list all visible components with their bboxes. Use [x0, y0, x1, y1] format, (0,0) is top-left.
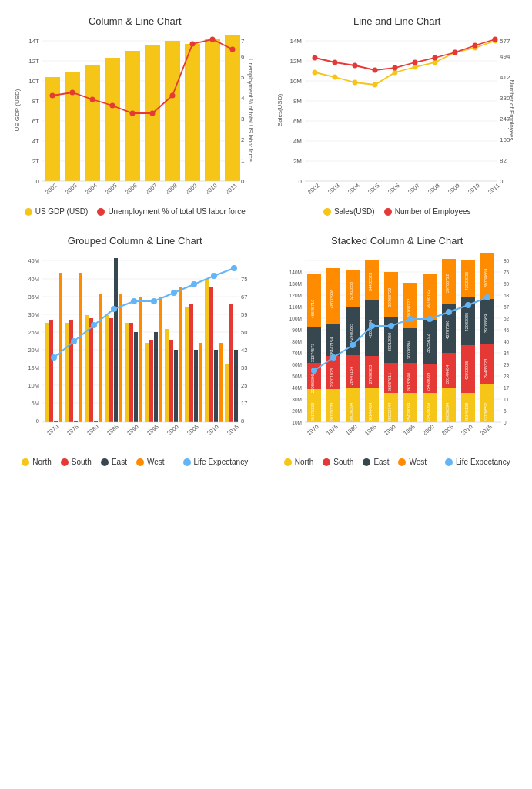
svg-text:6: 6: [241, 53, 245, 60]
svg-rect-35: [225, 35, 240, 181]
svg-point-334: [427, 316, 433, 322]
svg-text:34: 34: [504, 351, 510, 356]
svg-text:2006: 2006: [124, 182, 139, 196]
svg-text:11: 11: [504, 397, 510, 402]
svg-text:1970: 1970: [45, 423, 60, 437]
svg-rect-154: [99, 294, 102, 422]
svg-text:46645710: 46645710: [310, 300, 315, 318]
svg-text:1980: 1980: [344, 423, 359, 437]
svg-text:75: 75: [241, 276, 247, 283]
svg-text:1990: 1990: [125, 423, 140, 437]
grouped-chart: Grouped Column & Line Chart 0 5M 10M 15M…: [8, 227, 263, 470]
grouped-bars-2005: [185, 304, 202, 422]
svg-text:8: 8: [241, 418, 244, 425]
svg-text:42480855: 42480855: [349, 324, 353, 342]
svg-text:1970: 1970: [306, 423, 320, 437]
svg-text:30M: 30M: [292, 397, 302, 402]
svg-rect-29: [105, 58, 120, 181]
grouped-legend: North South East West Life Expectancy: [12, 458, 259, 466]
svg-point-329: [330, 354, 336, 361]
svg-text:25346138: 25346138: [464, 403, 469, 421]
svg-text:40M: 40M: [292, 385, 302, 391]
svg-point-191: [211, 273, 217, 279]
svg-text:2009: 2009: [184, 182, 199, 196]
svg-text:14T: 14T: [28, 38, 39, 45]
svg-rect-166: [159, 297, 162, 422]
svg-text:39768722: 39768722: [387, 288, 392, 307]
svg-rect-171: [185, 307, 189, 422]
svg-text:2004: 2004: [84, 182, 99, 196]
svg-rect-152: [89, 318, 93, 422]
svg-text:4M: 4M: [293, 138, 301, 145]
south-dot: [61, 458, 69, 466]
svg-text:2000: 2000: [166, 423, 180, 437]
svg-text:130M: 130M: [289, 281, 301, 287]
svg-point-42: [170, 93, 176, 99]
svg-rect-175: [205, 279, 209, 422]
stacked-svg: 10M 20M 30M 40M 50M 60M 70M 80M 90M 100M…: [274, 253, 520, 453]
svg-point-87: [392, 70, 397, 76]
svg-text:0: 0: [500, 178, 504, 185]
svg-text:90M: 90M: [292, 327, 302, 333]
svg-rect-159: [125, 323, 129, 422]
svg-rect-26: [45, 77, 60, 181]
employees-label: Number of Employees: [395, 207, 471, 216]
svg-text:2000: 2000: [421, 423, 436, 437]
svg-text:50: 50: [241, 329, 247, 336]
svg-text:42787806: 42787806: [445, 321, 450, 339]
svg-text:2015: 2015: [479, 423, 494, 437]
svg-text:39768722: 39768722: [407, 299, 411, 317]
svg-text:39768722: 39768722: [445, 274, 450, 293]
svg-text:59: 59: [241, 311, 247, 318]
legend-east-g: East: [101, 458, 127, 466]
svg-rect-146: [59, 273, 62, 422]
svg-text:1985: 1985: [105, 423, 120, 437]
svg-text:5: 5: [241, 74, 245, 81]
stacked-chart: Stacked Column & Line Chart: [270, 227, 525, 470]
svg-text:110M: 110M: [289, 304, 301, 310]
legend-east-s: East: [363, 458, 389, 466]
svg-text:2009: 2009: [447, 182, 461, 196]
legend-west-g: West: [136, 458, 165, 466]
svg-text:48033996: 48033996: [330, 290, 334, 308]
line-line-title: Line and Line Chart: [274, 15, 521, 27]
svg-point-188: [151, 298, 157, 304]
svg-rect-28: [85, 65, 100, 181]
svg-text:30036394: 30036394: [349, 403, 353, 421]
svg-text:1: 1: [241, 157, 245, 164]
svg-text:52: 52: [504, 316, 510, 321]
svg-text:32762858: 32762858: [349, 282, 353, 300]
svg-text:42033035: 42033035: [464, 313, 469, 331]
legend-life-s: Life Expectancy: [445, 458, 510, 466]
svg-text:39768669: 39768669: [483, 269, 488, 287]
line-line-legend: Sales(USD) Number of Employees: [274, 207, 521, 216]
grouped-bars-1985: [105, 258, 122, 422]
svg-text:1990: 1990: [383, 423, 397, 437]
svg-text:12M: 12M: [289, 58, 302, 65]
svg-rect-32: [165, 41, 180, 181]
svg-point-98: [412, 60, 417, 65]
svg-text:Unemployment % of total US lab: Unemployment % of total US labor force: [247, 59, 254, 162]
legend-employees: Number of Employees: [384, 207, 471, 216]
svg-text:29178333: 29178333: [330, 403, 334, 421]
svg-text:577: 577: [500, 38, 510, 45]
stacked-title: Stacked Column & Line Chart: [274, 235, 521, 247]
s-west-dot: [398, 458, 406, 466]
grouped-svg: 0 5M 10M 15M 20M 25M 30M 35M 40M 45M 8 1…: [12, 253, 258, 453]
svg-rect-155: [105, 315, 109, 422]
svg-text:5M: 5M: [32, 400, 39, 407]
svg-text:15M: 15M: [28, 364, 39, 371]
svg-text:2T: 2T: [32, 158, 39, 165]
svg-text:67: 67: [241, 294, 247, 300]
svg-text:29201925: 29201925: [330, 368, 334, 387]
svg-text:Number of Employees: Number of Employees: [508, 79, 515, 140]
svg-text:12T: 12T: [28, 58, 39, 65]
svg-text:27692383: 27692383: [368, 365, 373, 384]
north-label: North: [32, 458, 51, 466]
svg-text:28447154: 28447154: [330, 337, 334, 356]
svg-point-187: [131, 298, 137, 304]
svg-text:30M: 30M: [28, 311, 39, 318]
col-line-chart: Column & Line Chart 0 2T 4T 6T 8T 10T 12…: [8, 8, 263, 220]
svg-rect-33: [185, 44, 200, 181]
svg-rect-167: [165, 329, 169, 422]
